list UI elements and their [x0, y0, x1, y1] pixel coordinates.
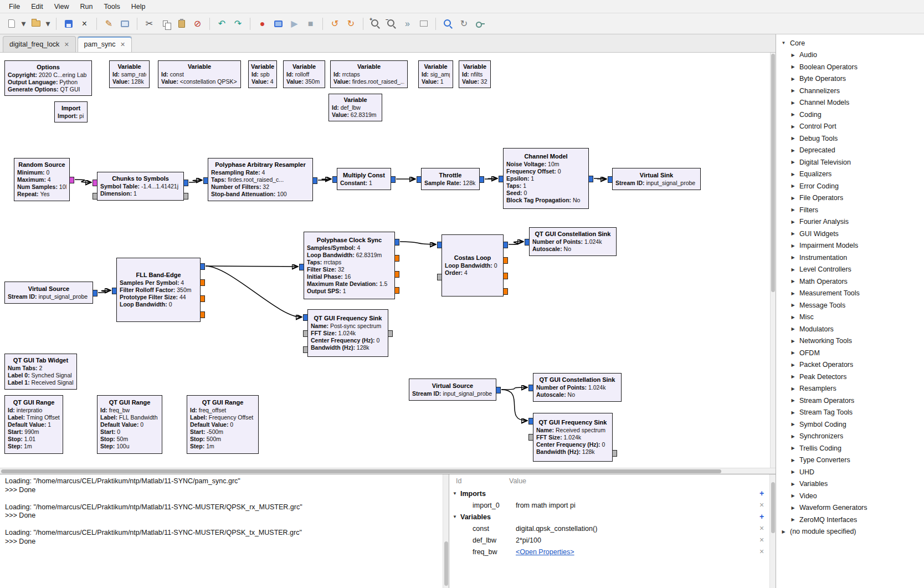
wire-throttle-to-channel_model[interactable]	[485, 178, 496, 179]
block-multiply_const[interactable]: Multiply ConstConstant: 1	[337, 168, 391, 190]
menu-help[interactable]: Help	[126, 1, 151, 12]
tree-item-instrumentation[interactable]: ▶Instrumentation	[776, 252, 924, 264]
reload-blocks-button[interactable]: ↻	[456, 16, 471, 31]
block-var_rrctaps[interactable]: VariableId: rrctapsValue: firdes.root_ra…	[330, 60, 408, 88]
tree-item-stream-operators[interactable]: ▶Stream Operators	[776, 395, 924, 407]
menu-view[interactable]: View	[49, 1, 75, 12]
kill-process-button[interactable]: ●	[255, 16, 270, 31]
port-freq_sink1-msg_in1[interactable]	[303, 346, 308, 353]
undo-button[interactable]: ↶	[214, 16, 229, 31]
menu-file[interactable]: File	[3, 1, 25, 12]
remove-const-button[interactable]: ×	[757, 524, 766, 533]
tree-item-peak-detectors[interactable]: ▶Peak Detectors	[776, 371, 924, 383]
block-tab_widget[interactable]: QT GUI Tab WidgetNum Tabs: 2Label 0: Syn…	[4, 354, 77, 390]
port-throttle-in0[interactable]	[417, 176, 422, 183]
close-flowgraph-button[interactable]: ×	[77, 16, 92, 31]
port-chunks-msg_out[interactable]	[183, 193, 188, 200]
port-const_sink2-in0[interactable]	[528, 385, 533, 391]
port-multiply_const-out0[interactable]	[391, 176, 396, 183]
close-tab-icon[interactable]: ×	[64, 40, 69, 48]
port-costas-in0[interactable]	[437, 242, 442, 248]
inspector-scrollbar[interactable]	[769, 474, 776, 588]
zoom-out-button[interactable]: –	[384, 16, 399, 31]
port-channel_model-in0[interactable]	[499, 176, 504, 182]
tree-item-trellis-coding[interactable]: ▶Trellis Coding	[776, 442, 924, 454]
inspector-row-freq-bw[interactable]: freq_bw<Open Properties>×	[449, 546, 769, 558]
wire-random_source-to-chunks[interactable]	[75, 180, 90, 182]
tab-pam_sync[interactable]: pam_sync×	[78, 36, 132, 52]
tree-item-networking-tools[interactable]: ▶Networking Tools	[776, 335, 924, 347]
port-fll-out3[interactable]	[200, 311, 205, 318]
wire-virtual_source2-to-const_sink2[interactable]	[501, 387, 526, 390]
tree-item-no-module-specified[interactable]: ▶(no module specified)	[776, 526, 924, 538]
block-var_const[interactable]: VariableId: constValue: <constellation Q…	[158, 60, 241, 88]
port-chunks-out0[interactable]	[183, 180, 188, 186]
wire-channel_model-to-virtual_sink[interactable]	[594, 178, 605, 179]
port-costas-in1[interactable]	[437, 274, 442, 280]
block-freq_sink2[interactable]: QT GUI Frequency SinkName: Received spec…	[533, 413, 613, 462]
show-flowgraph-errors-button[interactable]	[117, 16, 132, 31]
inspector-group-imports[interactable]: ▼Imports+	[449, 488, 769, 499]
tree-item-type-converters[interactable]: ▶Type Converters	[776, 454, 924, 467]
tree-item-ofdm[interactable]: ▶OFDM	[776, 347, 924, 359]
port-pcs-out0[interactable]	[394, 239, 399, 246]
port-fll-in0[interactable]	[112, 288, 117, 294]
inspector-row-const[interactable]: constdigital.qpsk_constellation()×	[449, 523, 769, 534]
port-costas-out2[interactable]	[503, 273, 508, 279]
find-block-button[interactable]	[440, 16, 455, 31]
port-costas-out3[interactable]	[503, 288, 508, 295]
port-fll-out1[interactable]	[200, 279, 205, 286]
tree-item-coding[interactable]: ▶Coding	[776, 109, 924, 121]
port-const_sink1-in0[interactable]	[525, 239, 530, 246]
copy-button[interactable]	[158, 16, 173, 31]
tree-item-impairment-models[interactable]: ▶Impairment Models	[776, 240, 924, 252]
tree-item-equalizers[interactable]: ▶Equalizers	[776, 168, 924, 181]
port-freq_sink2-msg_out[interactable]	[612, 450, 617, 457]
block-var_rolloff[interactable]: VariableId: rolloffValue: 350m	[283, 60, 325, 88]
block-const_sink1[interactable]: QT GUI Constellation SinkNumber of Point…	[529, 227, 617, 256]
remove-def-lbw-button[interactable]: ×	[757, 535, 766, 544]
open-properties-link[interactable]: <Open Properties>	[509, 548, 769, 556]
block-range2[interactable]: QT GUI RangeId: freq_bwLabel: FLL Bandwi…	[97, 395, 162, 454]
generate-flowgraph-button[interactable]: ✎	[101, 16, 116, 31]
block-options[interactable]: OptionsCopyright: 2020 C...ering LabOutp…	[4, 60, 92, 96]
port-pcs-out3[interactable]	[394, 287, 399, 294]
tree-item-symbol-coding[interactable]: ▶Symbol Coding	[776, 418, 924, 431]
tree-item-message-tools[interactable]: ▶Message Tools	[776, 299, 924, 311]
scrollbar-thumb[interactable]	[771, 482, 775, 533]
add-imports-button[interactable]: +	[757, 489, 766, 498]
port-freq_sink2-in0[interactable]	[528, 418, 533, 425]
cut-button[interactable]: ✂	[142, 16, 157, 31]
zoom-fit-button[interactable]: »	[400, 16, 415, 31]
wire-virtual_source1-to-fll[interactable]	[98, 290, 110, 293]
wire-chunks-to-par[interactable]	[189, 180, 201, 182]
block-costas[interactable]: Costas LoopLoop Bandwidth: 0Order: 4	[442, 234, 504, 296]
tree-item-channelizers[interactable]: ▶Channelizers	[776, 85, 924, 97]
port-virtual_source2-out0[interactable]	[496, 387, 501, 393]
port-pcs-in0[interactable]	[299, 264, 304, 270]
tree-item-misc[interactable]: ▶Misc	[776, 311, 924, 324]
port-freq_sink1-in0[interactable]	[303, 314, 308, 321]
scrollbar-thumb[interactable]	[1, 469, 721, 473]
stop-button[interactable]: ■	[303, 16, 318, 31]
chevron-down-icon[interactable]: ▼	[453, 491, 458, 496]
port-fll-out2[interactable]	[200, 295, 205, 302]
run-button[interactable]: ▶	[287, 16, 302, 31]
canvas-horizontal-scrollbar[interactable]	[0, 468, 776, 474]
scrollbar-thumb[interactable]	[771, 54, 775, 292]
delete-button[interactable]: ⊘	[190, 16, 205, 31]
tree-item-stream-tag-tools[interactable]: ▶Stream Tag Tools	[776, 407, 924, 419]
rotate-cw-button[interactable]: ↻	[343, 16, 358, 31]
port-random_source-out0[interactable]	[69, 177, 74, 183]
tree-item-measurement-tools[interactable]: ▶Measurement Tools	[776, 288, 924, 300]
block-range1[interactable]: QT GUI RangeId: interpratioLabel: Tming …	[4, 395, 63, 454]
screen-capture-button[interactable]	[271, 16, 286, 31]
block-channel_model[interactable]: Channel ModelNoise Voltage: 10mFrequency…	[503, 148, 589, 209]
block-throttle[interactable]: ThrottleSample Rate: 128k	[421, 168, 480, 190]
zoom-in-button[interactable]: +	[368, 16, 383, 31]
block-chunks[interactable]: Chunks to SymbolsSymbol Table: -1.4...1.…	[97, 172, 184, 201]
tree-item-file-operators[interactable]: ▶File Operators	[776, 192, 924, 204]
block-range3[interactable]: QT GUI RangeId: freq_offsetLabel: Freque…	[187, 395, 259, 454]
tree-item-fourier-analysis[interactable]: ▶Fourier Analysis	[776, 216, 924, 228]
block-var_nfilts[interactable]: VariableId: nfiltsValue: 32	[459, 60, 491, 88]
